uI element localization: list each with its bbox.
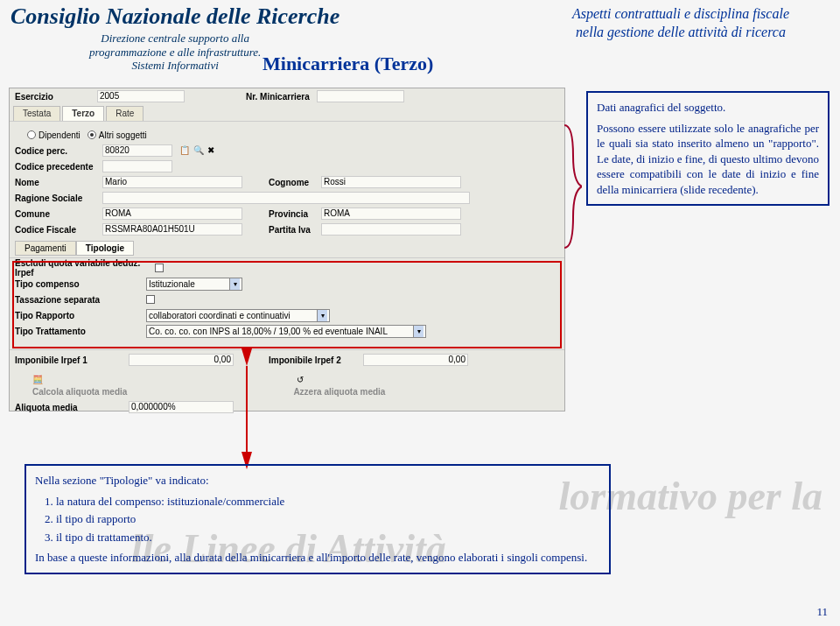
radio-altri-soggetti[interactable] <box>88 130 96 139</box>
label-provincia: Provincia <box>269 209 321 219</box>
chevron-down-icon: ▾ <box>317 310 327 321</box>
note-anagrafici: Dati anagrafici del soggetto. Possono es… <box>586 91 830 206</box>
label-escludi-quota: Escludi quota variabile deduz. Irpef <box>15 258 155 278</box>
tab-rate[interactable]: Rate <box>106 106 144 121</box>
select-value: collaboratori coordinati e continuativi <box>149 311 290 320</box>
label-nr-minicarriera: Nr. Minicarriera <box>246 92 310 102</box>
page-number: 11 <box>816 605 828 619</box>
label-dipendenti: Dipendenti <box>38 130 80 140</box>
note-list-item: il tipo di trattamento. <box>56 530 600 545</box>
select-tipo-rapporto[interactable]: collaboratori coordinati e continuativi▾ <box>146 309 330 322</box>
label-codice-fiscale: Codice Fiscale <box>15 225 102 235</box>
label-codice-perc: Codice perc. <box>15 146 102 156</box>
org-name: Consiglio Nazionale delle Ricerche <box>10 4 340 30</box>
select-value: Co. co. co. con INPS al 18,00% / 19,00 %… <box>149 327 388 336</box>
field-cognome[interactable]: Rossi <box>321 176 461 188</box>
field-codice-precedente[interactable] <box>102 160 172 172</box>
field-imponibile2[interactable]: 0,00 <box>363 354 468 366</box>
form-panel: Esercizio 2005 Nr. Minicarriera Testata … <box>9 88 565 411</box>
label-cognome: Cognome <box>269 178 321 187</box>
reset-icon[interactable]: ↺ <box>297 375 304 384</box>
label-tipo-trattamento: Tipo Trattamento <box>15 327 146 336</box>
select-value: Istituzionale <box>149 279 195 289</box>
header-subtitle: Aspetti contrattuali e disciplina fiscal… <box>532 5 830 42</box>
field-imponibile1[interactable]: 0,00 <box>129 354 234 366</box>
checkbox-escludi[interactable] <box>155 264 164 272</box>
field-codice-fiscale[interactable]: RSSMRA80A01H501U <box>102 223 242 236</box>
bracket-connector <box>564 121 582 252</box>
label-tassazione: Tassazione separata <box>15 295 146 305</box>
field-codice-perc[interactable]: 80820 <box>102 144 172 157</box>
dir-line: Sistemi Informativi <box>131 59 218 72</box>
tab-terzo[interactable]: Terzo <box>62 106 104 121</box>
subtitle-line: nella gestione delle attività di ricerca <box>576 25 786 39</box>
arrow-line <box>246 366 248 464</box>
note-paragraph: Dati anagrafici del soggetto. <box>597 100 819 116</box>
note-list-item: il tipo di rapporto <box>56 511 600 527</box>
subtab-tipologie[interactable]: Tipologie <box>76 241 134 256</box>
label-calcola: Calcola aliquota media <box>32 387 127 397</box>
sub-tabs: Pagamenti Tipologie <box>15 241 564 256</box>
label-tipo-rapporto: Tipo Rapporto <box>15 311 146 320</box>
dir-line: Direzione centrale supporto alla <box>101 32 249 45</box>
note-tipologie: Nella sezione "Tipologie" va indicato: l… <box>24 464 611 574</box>
label-esercizio: Esercizio <box>15 92 67 102</box>
field-nr-minicarriera[interactable] <box>317 90 404 102</box>
page-title: Minicarriera (Terzo) <box>262 53 433 75</box>
checkbox-tassazione[interactable] <box>146 295 155 304</box>
copy-icon[interactable]: 📋 <box>179 145 190 156</box>
arrow-down-icon <box>242 348 252 366</box>
note-paragraph: Possono essere utilizzate solo le anagra… <box>597 121 819 198</box>
note-li-text: il tipo di trattamento. <box>56 531 152 544</box>
label-imponibile2: Imponibile Irpef 2 <box>269 355 356 365</box>
label-altri-soggetti: Altri soggetti <box>99 130 147 140</box>
clear-icon[interactable]: ✖ <box>207 145 218 156</box>
field-partita-iva[interactable] <box>321 223 461 236</box>
note-intro: Nella sezione "Tipologie" va indicato: <box>35 473 600 489</box>
chevron-down-icon: ▾ <box>413 326 424 337</box>
label-codice-precedente: Codice precedente <box>15 162 102 172</box>
field-nome[interactable]: Mario <box>102 176 242 188</box>
search-icon[interactable]: 🔍 <box>193 145 204 156</box>
note-list-item: la natura del compenso: istituzionale/co… <box>56 494 600 510</box>
radio-dipendenti[interactable] <box>27 130 36 139</box>
main-tabs: Testata Terzo Rate <box>10 104 564 122</box>
field-provincia[interactable]: ROMA <box>321 207 461 220</box>
chevron-down-icon: ▾ <box>229 278 240 290</box>
label-azzera: Azzera aliquota media <box>293 387 385 397</box>
note-outro: In base a queste informazioni, alla dura… <box>35 550 600 566</box>
label-imponibile1: Imponibile Irpef 1 <box>15 355 102 365</box>
label-nome: Nome <box>15 178 102 187</box>
dir-line: programmazione e alle infrastrutture. <box>89 46 261 59</box>
label-aliquota: Aliquota media <box>15 403 102 412</box>
subtitle-line: Aspetti contrattuali e disciplina fiscal… <box>572 6 789 21</box>
label-ragione-sociale: Ragione Sociale <box>15 193 102 203</box>
note-li-text: la natura del compenso: istituzionale/co… <box>56 495 284 508</box>
note-li-text: il tipo di rapporto <box>56 512 136 525</box>
label-tipo-compenso: Tipo compenso <box>15 279 146 289</box>
tab-testata[interactable]: Testata <box>13 106 60 121</box>
subtab-pagamenti[interactable]: Pagamenti <box>15 241 76 256</box>
field-aliquota[interactable]: 0,000000% <box>129 401 234 413</box>
field-esercizio[interactable]: 2005 <box>97 90 185 102</box>
calc-icon[interactable]: 🧮 <box>32 375 43 384</box>
field-comune[interactable]: ROMA <box>102 207 242 220</box>
label-comune: Comune <box>15 209 102 219</box>
select-tipo-compenso[interactable]: Istituzionale▾ <box>146 278 242 291</box>
field-ragione-sociale[interactable] <box>102 192 470 204</box>
label-partita-iva: Partita Iva <box>269 225 321 235</box>
select-tipo-trattamento[interactable]: Co. co. co. con INPS al 18,00% / 19,00 %… <box>146 325 426 338</box>
